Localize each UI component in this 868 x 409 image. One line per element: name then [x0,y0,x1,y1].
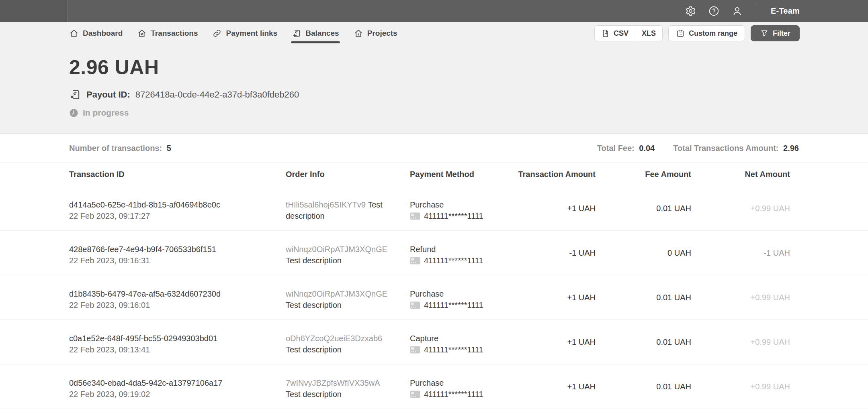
transaction-id: c0a1e52e-648f-495f-bc55-02949303bd01 [69,333,286,344]
net-amount: +0.99 UAH [691,381,790,392]
tab-payment-links[interactable]: Payment links [212,22,277,45]
payment-method-cell: Capture 411111******1111 [410,320,515,364]
balances-card-icon [292,28,301,38]
custom-range-label: Custom range [689,29,737,38]
payout-status-row: In progress [69,108,800,118]
order-info-cell: 7wINvyJBZpfsWfIVX35wA Test description [286,364,410,409]
filter-button[interactable]: Filter [751,25,800,41]
card-number: 411111******1111 [424,344,483,355]
table-row[interactable]: d1b8435b-6479-47ea-af5a-6324d607230d 22 … [0,275,868,320]
transaction-id-cell: d1b8435b-6479-47ea-af5a-6324d607230d 22 … [69,275,286,319]
order-info-cell: tHIli5sal6hoj6SIKYTv9 Test description [286,186,410,230]
filter-label: Filter [773,29,790,38]
tab-balances[interactable]: Balances [292,22,339,45]
transaction-amount: +1 UAH [515,292,596,303]
total-fee-value: 0.04 [639,144,655,153]
tab-transactions[interactable]: Transactions [137,22,198,45]
topbar-section-divider [0,0,68,22]
payment-type: Refund [410,244,515,255]
order-description: Test description [286,390,342,399]
settings-gear-icon[interactable] [684,5,696,17]
payout-header: Dashboard Transactions Payment links [0,22,868,134]
transactions-count: Number of transactions: 5 [69,144,171,153]
export-csv-button[interactable]: CSV [595,26,635,41]
table-header: Transaction ID Order Info Payment Method… [0,163,868,186]
col-order-info: Order Info [286,170,410,179]
card-line: 411111******1111 [410,210,515,222]
col-transaction-id: Transaction ID [69,170,286,179]
calendar-icon [676,29,685,38]
nav-row: Dashboard Transactions Payment links [69,22,800,45]
payment-type: Purchase [410,199,515,210]
transaction-amount: +1 UAH [515,381,596,392]
payout-id-value: 8726418a-0cde-44e2-a37d-bf3a0fdeb260 [135,90,299,100]
transaction-id-cell: 428e8766-fee7-4e94-b9f4-706533b6f151 22 … [69,231,286,275]
order-id: 7wINvyJBZpfsWfIVX35wA [286,378,379,387]
clock-status-icon [69,108,78,118]
export-xls-button[interactable]: XLS [635,26,662,41]
fee-amount: 0.01 UAH [596,381,691,392]
total-amount-value: 2.96 [783,144,799,153]
col-transaction-amount: Transaction Amount [515,170,596,179]
tab-label: Transactions [151,29,198,38]
payment-type: Purchase [410,288,515,299]
order-description: Test description [286,345,342,354]
transaction-datetime: 22 Feb 2023, 09:19:02 [69,389,286,400]
top-bar: E-Team [0,0,868,22]
card-icon [410,257,420,265]
order-id: wiNnqz0OiRpATJM3XQnGE [286,289,387,298]
table-row[interactable]: d414a5e0-625e-41bd-8b15-af04694b8e0c 22 … [0,186,868,231]
card-line: 411111******1111 [410,389,515,400]
transaction-amount: -1 UAH [515,247,596,258]
transaction-amount: +1 UAH [515,203,596,214]
tab-label: Balances [305,29,339,38]
card-icon [410,212,420,220]
custom-range-button[interactable]: Custom range [668,25,745,41]
payout-amount-heading: 2.96 UAH [69,56,800,79]
status-badge: In progress [83,108,129,118]
tab-dashboard[interactable]: Dashboard [69,22,123,45]
payout-card-icon [69,89,81,101]
order-info-cell: oDh6YZcoQ2ueiE3Dzxab6 Test description [286,320,410,364]
order-description: Test description [286,256,342,265]
export-button-group: CSV XLS [594,25,663,41]
transactions-count-label: Number of transactions: [69,144,162,153]
card-line: 411111******1111 [410,255,515,266]
transactions-count-value: 5 [167,144,171,153]
user-icon[interactable] [731,5,743,17]
tab-label: Projects [367,29,397,38]
net-amount: -1 UAH [691,247,790,258]
summary-totals: Total Fee: 0.04 Total Transactions Amoun… [597,144,799,153]
transaction-datetime: 22 Feb 2023, 09:13:41 [69,344,286,355]
order-info-cell: wiNnqz0OiRpATJM3XQnGE Test description [286,231,410,275]
toolbar: CSV XLS Cus [594,25,800,41]
total-transactions-amount: Total Transactions Amount: 2.96 [673,144,799,153]
payout-id-row: Payout ID: 8726418a-0cde-44e2-a37d-bf3a0… [69,89,800,101]
transaction-id-cell: d414a5e0-625e-41bd-8b15-af04694b8e0c 22 … [69,186,286,230]
help-icon[interactable] [708,5,720,17]
total-fee-label: Total Fee: [597,144,635,153]
transaction-id: 428e8766-fee7-4e94-b9f4-706533b6f151 [69,244,286,255]
summary-row: Number of transactions: 5 Total Fee: 0.0… [0,134,868,163]
fee-amount: 0.01 UAH [596,203,691,214]
team-name[interactable]: E-Team [771,6,800,16]
filter-funnel-icon [760,29,769,38]
transaction-id: 0d56e340-ebad-4da5-942c-a13797106a17 [69,377,286,389]
tab-projects[interactable]: Projects [354,22,397,45]
card-line: 411111******1111 [410,299,515,311]
table-row[interactable]: 0d56e340-ebad-4da5-942c-a13797106a17 22 … [0,364,868,409]
tab-label: Payment links [226,29,277,38]
xls-label: XLS [642,29,656,38]
transaction-amount: +1 UAH [515,336,596,348]
transaction-id-cell: c0a1e52e-648f-495f-bc55-02949303bd01 22 … [69,320,286,364]
active-tab-underline [291,41,340,43]
card-number: 411111******1111 [424,389,483,400]
table-row[interactable]: c0a1e52e-648f-495f-bc55-02949303bd01 22 … [0,320,868,364]
net-amount: +0.99 UAH [691,292,790,303]
card-number: 411111******1111 [424,255,483,266]
transactions-icon [137,28,147,38]
nav-tabs: Dashboard Transactions Payment links [69,22,397,45]
total-fee: Total Fee: 0.04 [597,144,655,153]
table-row[interactable]: 428e8766-fee7-4e94-b9f4-706533b6f151 22 … [0,231,868,275]
payment-type: Capture [410,333,515,344]
